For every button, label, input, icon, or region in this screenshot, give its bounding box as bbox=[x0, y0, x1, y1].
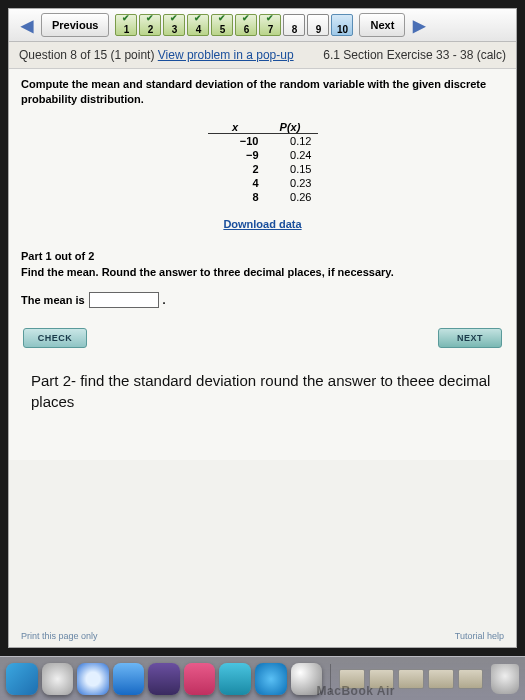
question-content: Compute the mean and standard deviation … bbox=[9, 69, 516, 460]
q-nav-8[interactable]: 8 bbox=[283, 14, 305, 36]
mean-answer-line: The mean is . bbox=[21, 292, 504, 308]
next-button[interactable]: Next bbox=[359, 13, 405, 37]
device-label: MacBook Air bbox=[317, 684, 395, 698]
q-nav-9[interactable]: 9 bbox=[307, 14, 329, 36]
col-x-header: x bbox=[208, 121, 263, 133]
mean-prefix: The mean is bbox=[21, 294, 85, 306]
table-row: 80.26 bbox=[208, 190, 318, 204]
prev-arrow-icon[interactable]: ◀ bbox=[15, 13, 39, 37]
check-button[interactable]: CHECK bbox=[23, 328, 87, 348]
part-1-instruction: Find the mean. Round the answer to three… bbox=[21, 266, 504, 278]
app-icon[interactable] bbox=[148, 663, 180, 695]
app-icon[interactable] bbox=[219, 663, 251, 695]
quiz-page: ◀ Previous ✔1 ✔2 ✔3 ✔4 ✔5 ✔6 ✔7 8 9 10 N… bbox=[8, 8, 517, 648]
q-nav-10[interactable]: 10 bbox=[331, 14, 353, 36]
trash-icon[interactable] bbox=[491, 664, 519, 694]
dock-tile[interactable] bbox=[398, 669, 424, 689]
previous-button[interactable]: Previous bbox=[41, 13, 109, 37]
q-nav-7[interactable]: ✔7 bbox=[259, 14, 281, 36]
question-meta-bar: Question 8 of 15 (1 point) View problem … bbox=[9, 42, 516, 69]
next-arrow-icon[interactable]: ▶ bbox=[407, 13, 431, 37]
check-icon: ✔ bbox=[236, 14, 256, 23]
part-next-button[interactable]: NEXT bbox=[438, 328, 502, 348]
q-nav-4[interactable]: ✔4 bbox=[187, 14, 209, 36]
table-row: −90.24 bbox=[208, 148, 318, 162]
question-counter: Question 8 of 15 (1 point) View problem … bbox=[19, 48, 294, 62]
page-footer: Print this page only Tutorial help bbox=[9, 631, 516, 641]
part-1-actions: CHECK NEXT bbox=[21, 328, 504, 348]
check-icon: ✔ bbox=[116, 14, 136, 23]
safari-icon[interactable] bbox=[77, 663, 109, 695]
print-link[interactable]: Print this page only bbox=[21, 631, 98, 641]
q-nav-3[interactable]: ✔3 bbox=[163, 14, 185, 36]
distribution-table: x P(x) −100.12 −90.24 20.15 40.23 80.26 bbox=[208, 121, 318, 204]
part-1-label: Part 1 out of 2 bbox=[21, 250, 504, 262]
question-navbar: ◀ Previous ✔1 ✔2 ✔3 ✔4 ✔5 ✔6 ✔7 8 9 10 N… bbox=[9, 9, 516, 42]
macos-dock bbox=[0, 656, 525, 700]
check-icon: ✔ bbox=[140, 14, 160, 23]
question-number-strip: ✔1 ✔2 ✔3 ✔4 ✔5 ✔6 ✔7 8 9 10 bbox=[115, 14, 353, 36]
q-nav-1[interactable]: ✔1 bbox=[115, 14, 137, 36]
download-data-link[interactable]: Download data bbox=[223, 218, 301, 230]
table-row: 40.23 bbox=[208, 176, 318, 190]
question-prompt: Compute the mean and standard deviation … bbox=[21, 77, 504, 107]
view-popup-link[interactable]: View problem in a pop-up bbox=[158, 48, 294, 62]
mean-input[interactable] bbox=[89, 292, 159, 308]
finder-icon[interactable] bbox=[6, 663, 38, 695]
launchpad-icon[interactable] bbox=[42, 663, 74, 695]
check-icon: ✔ bbox=[260, 14, 280, 23]
section-reference: 6.1 Section Exercise 33 - 38 (calc) bbox=[323, 48, 506, 62]
mail-icon[interactable] bbox=[113, 663, 145, 695]
download-row: Download data bbox=[21, 218, 504, 230]
dock-tile[interactable] bbox=[458, 669, 484, 689]
check-icon: ✔ bbox=[164, 14, 184, 23]
dock-tile[interactable] bbox=[428, 669, 454, 689]
col-px-header: P(x) bbox=[263, 121, 318, 133]
q-nav-6[interactable]: ✔6 bbox=[235, 14, 257, 36]
music-icon[interactable] bbox=[184, 663, 216, 695]
check-icon: ✔ bbox=[188, 14, 208, 23]
table-row: 20.15 bbox=[208, 162, 318, 176]
table-row: −100.12 bbox=[208, 134, 318, 148]
part-2-note: Part 2- find the standard deviation roun… bbox=[31, 370, 494, 412]
q-nav-5[interactable]: ✔5 bbox=[211, 14, 233, 36]
q-nav-2[interactable]: ✔2 bbox=[139, 14, 161, 36]
appstore-icon[interactable] bbox=[255, 663, 287, 695]
tutorial-link[interactable]: Tutorial help bbox=[455, 631, 504, 641]
check-icon: ✔ bbox=[212, 14, 232, 23]
